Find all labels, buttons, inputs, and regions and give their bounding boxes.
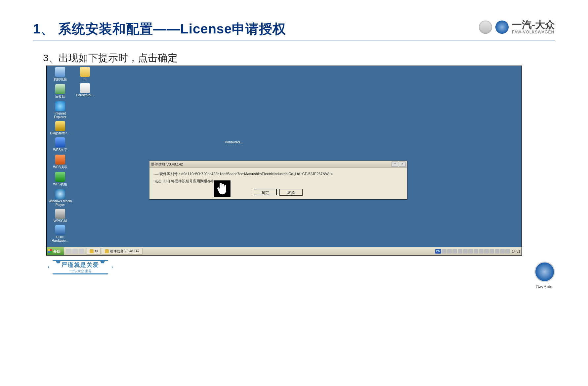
wps-presentation-icon (55, 155, 65, 165)
cancel-button[interactable]: 取消 (279, 189, 303, 196)
edic-icon (55, 225, 65, 235)
icon-tu-folder[interactable]: tu (73, 66, 97, 81)
brand-cn: 一汽-大众 (512, 20, 555, 30)
recycle-icon (55, 84, 65, 94)
start-button[interactable]: 开始 (47, 247, 64, 255)
taskbar: 开始 tu 硬件信息 V0.48.142 EN (47, 247, 522, 255)
quick-launch (64, 247, 86, 255)
ie-icon (55, 101, 65, 111)
tray-icon[interactable] (474, 249, 478, 254)
faw-badge-icon (479, 21, 492, 34)
wps-writer-icon (55, 137, 65, 147)
tray-icon[interactable] (500, 249, 505, 254)
diag-icon (55, 121, 65, 131)
minimize-button[interactable]: ─ (392, 162, 398, 167)
tray-icon[interactable] (479, 249, 483, 254)
icon-wmp[interactable]: Windows Media Player (48, 188, 72, 207)
tray-icon[interactable] (505, 249, 510, 254)
vw-badge-icon (495, 21, 509, 34)
tray-icon[interactable] (463, 249, 468, 254)
vw-logo-icon (534, 262, 555, 282)
slide-title: 1、 系统安装和配置——License申请授权 (33, 20, 555, 38)
slide-header: 1、 系统安装和配置——License申请授权 (33, 20, 555, 38)
dialog-body: -----硬件识别号：d9d119c50b720dc422b1deff6aadc… (149, 168, 407, 189)
icon-diagstarter[interactable]: DiagStarter.... (48, 120, 72, 135)
icon-wps-spreadsheet[interactable]: WPS表格 (48, 171, 72, 187)
wps-spreadsheet-icon (55, 172, 65, 182)
brand-en: FAW-VOLKSWAGEN (512, 30, 555, 34)
app-icon (105, 249, 109, 253)
taskbar-task-hwinfo[interactable]: 硬件信息 V0.48.142 (102, 248, 142, 255)
brand-text: 一汽-大众 FAW-VOLKSWAGEN (512, 20, 555, 34)
icon-ie[interactable]: Internet Explorer (48, 100, 72, 119)
brand-logo-block: 一汽-大众 FAW-VOLKSWAGEN (479, 20, 555, 34)
taskbar-clock: 14:51 (511, 250, 520, 253)
close-button[interactable]: × (399, 162, 405, 167)
dialog-title-text: 硬件信息 V0.48.142 (151, 161, 183, 168)
hardware-icon (80, 83, 90, 93)
tray-icon[interactable] (495, 249, 499, 254)
dialog-footer: 确定 取消 (149, 189, 407, 199)
das-auto-tagline: Das Auto. (534, 284, 555, 289)
tray-icon[interactable] (442, 249, 446, 254)
bolt-icon (56, 258, 61, 264)
cursor-highlight (214, 180, 231, 197)
ql-icon-2[interactable] (72, 249, 78, 254)
tray-icon[interactable] (447, 249, 452, 254)
wmp-icon (55, 189, 65, 199)
folder-icon (80, 67, 90, 77)
hardware-id-line: -----硬件识别号：d9d119c50b720dc422b1deff6aadc… (153, 171, 403, 177)
pointer-hand-icon (217, 182, 228, 195)
footer-vw-logo: Das Auto. (534, 262, 555, 289)
motto-big: 严谨就是关爱 (62, 261, 99, 269)
ok-button[interactable]: 确定 (254, 189, 277, 195)
windows-desktop-screenshot: 我的电脑 回收站 Internet Explorer DiagStarter..… (46, 66, 522, 256)
desktop-column-1: 我的电脑 回收站 Internet Explorer DiagStarter..… (48, 66, 72, 243)
bolt-icon (100, 258, 105, 264)
icon-wps-writer[interactable]: WPS文字 (48, 136, 72, 152)
hardware-info-dialog: 硬件信息 V0.48.142 ─ × -----硬件识别号：d9d119c50b… (149, 161, 407, 199)
taskbar-task-tu[interactable]: tu (87, 248, 101, 255)
icon-recycle[interactable]: 回收站 (48, 83, 72, 99)
slide: 1、 系统安装和配置——License申请授权 一汽-大众 FAW-VOLKSW… (0, 0, 588, 386)
desktop-column-2: tu HardwareI... (73, 66, 97, 97)
tray-icon[interactable] (458, 249, 462, 254)
folder-icon (90, 249, 94, 253)
language-indicator[interactable]: EN (435, 249, 441, 254)
icon-wps-presentation[interactable]: WPS演示 (48, 154, 72, 169)
hex-frame: 严谨就是关爱 一汽-大众服务 (48, 260, 113, 274)
step-instruction: 3、出现如下提示时，点击确定 (43, 51, 178, 65)
icon-mycomputer[interactable]: 我的电脑 (48, 66, 72, 82)
instruction-line: .点击 [OK] 将硬件识别号应用到缓存中。 (153, 178, 403, 184)
icon-edic[interactable]: EDIC Hardware... (48, 224, 72, 243)
dialog-window-buttons: ─ × (392, 162, 405, 167)
motto-small: 一汽-大众服务 (69, 269, 92, 273)
dialog-titlebar[interactable]: 硬件信息 V0.48.142 ─ × (149, 161, 407, 168)
icon-hardwarei[interactable]: HardwareI... (73, 82, 97, 97)
ql-icon-1[interactable] (66, 249, 71, 254)
system-tray: EN 14:51 (434, 247, 522, 255)
icon-wpsg[interactable]: WPSGÂÎ (48, 208, 72, 223)
computer-icon (55, 67, 65, 77)
icon-hardwarei-center[interactable]: HardwareI... (222, 140, 246, 144)
header-rule (33, 40, 555, 40)
tray-icon[interactable] (484, 249, 489, 254)
tray-icon[interactable] (489, 249, 494, 254)
tray-icon[interactable] (468, 249, 473, 254)
ql-icon-3[interactable] (79, 249, 84, 254)
wpsg-icon (55, 209, 65, 219)
service-motto-badge: 严谨就是关爱 一汽-大众服务 (48, 260, 113, 274)
tray-icon[interactable] (452, 249, 457, 254)
